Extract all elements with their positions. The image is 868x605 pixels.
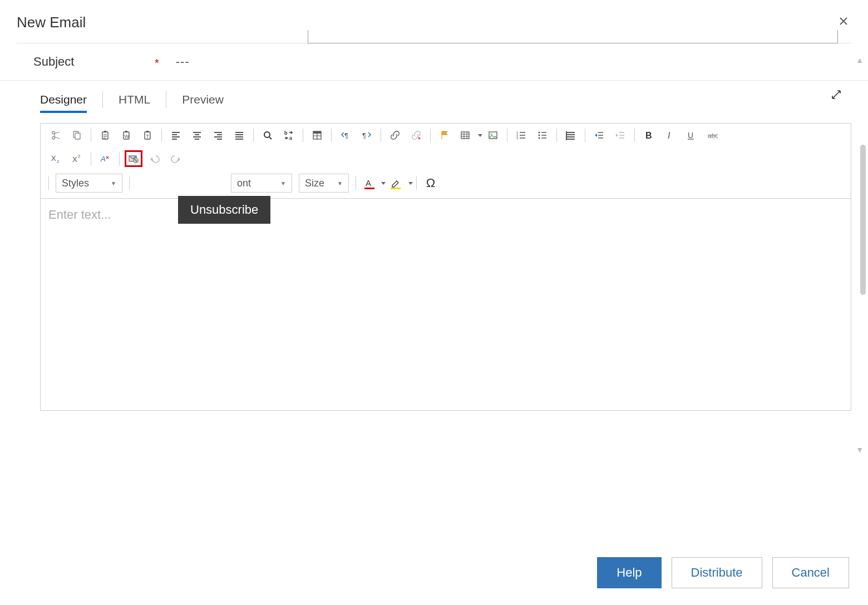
chevron-down-icon: ▼ — [337, 180, 343, 186]
outdent-button — [611, 127, 629, 144]
prev-field-stub[interactable] — [308, 30, 838, 43]
align-left-icon — [170, 130, 181, 141]
paste-from-word-button[interactable]: W — [117, 127, 135, 144]
undo-button — [146, 150, 164, 167]
toolbar-separator — [356, 176, 356, 190]
tabs: Designer HTML Preview — [0, 81, 868, 112]
find-button[interactable] — [259, 127, 277, 144]
blockquote-button[interactable] — [562, 127, 580, 144]
svg-text:¶: ¶ — [344, 131, 348, 140]
scrollbar-thumb[interactable] — [860, 145, 866, 295]
svg-point-10 — [264, 132, 270, 137]
indent-button[interactable] — [590, 127, 608, 144]
align-justify-button[interactable] — [230, 127, 248, 144]
toolbar-separator — [331, 129, 332, 142]
size-dropdown[interactable]: Size ▼ — [299, 174, 349, 193]
chevron-down-icon[interactable] — [478, 134, 482, 137]
styles-dropdown[interactable]: Styles ▼ — [56, 174, 122, 193]
align-center-icon — [191, 130, 203, 141]
subject-value[interactable]: --- — [176, 55, 190, 69]
editor-body[interactable]: Enter text... — [41, 199, 851, 410]
svg-rect-18 — [489, 132, 497, 139]
svg-text:I: I — [668, 131, 670, 140]
bold-button[interactable]: B — [640, 127, 658, 144]
rtl-button[interactable]: ¶ — [358, 127, 376, 144]
paste-icon — [100, 130, 111, 141]
cut-button[interactable] — [47, 127, 65, 144]
italic-button[interactable]: I — [661, 127, 679, 144]
link-icon — [389, 130, 401, 141]
toolbar-separator — [430, 129, 431, 142]
editor: WTba¶¶123BIUabc X2X2A Styles ▼ ont ▼ Siz… — [40, 123, 851, 411]
expand-button[interactable] — [830, 88, 842, 103]
templates-button[interactable] — [308, 127, 326, 144]
dialog-title: New Email — [17, 14, 86, 31]
chevron-down-icon[interactable] — [381, 182, 386, 185]
highlight-color-button[interactable] — [387, 175, 405, 191]
scroll-down-arrow[interactable]: ▼ — [856, 445, 864, 454]
toolbar-separator — [161, 129, 162, 142]
tab-designer[interactable]: Designer — [40, 87, 87, 112]
indent-icon — [594, 130, 605, 141]
subscript-button[interactable]: X2 — [47, 150, 65, 167]
svg-text:X: X — [51, 154, 56, 163]
toolbar-separator — [585, 129, 585, 142]
superscript-icon: X2 — [71, 153, 82, 164]
close-button[interactable] — [836, 13, 851, 32]
svg-text:U: U — [688, 131, 693, 140]
svg-text:2: 2 — [78, 154, 81, 159]
chevron-down-icon[interactable] — [408, 182, 413, 185]
svg-text:3: 3 — [516, 136, 519, 140]
svg-point-24 — [539, 135, 540, 136]
svg-rect-5 — [125, 131, 127, 132]
tab-html[interactable]: HTML — [119, 87, 150, 112]
align-center-button[interactable] — [188, 127, 206, 144]
toolbar-separator — [507, 129, 507, 142]
replace-icon: ba — [283, 130, 294, 141]
unsubscribe-button[interactable] — [125, 150, 142, 167]
svg-text:A: A — [100, 155, 106, 163]
numbered-list-button[interactable]: 123 — [512, 127, 530, 144]
bullet-list-button[interactable] — [534, 127, 551, 144]
cancel-button[interactable]: Cancel — [772, 557, 849, 588]
help-button[interactable]: Help — [597, 557, 661, 588]
paste-plain-text-icon: T — [142, 130, 153, 141]
ltr-button[interactable]: ¶ — [337, 127, 354, 144]
svg-rect-3 — [104, 131, 106, 132]
paste-plain-text-button[interactable]: T — [139, 127, 156, 144]
underline-button[interactable]: U — [682, 127, 700, 144]
tab-preview[interactable]: Preview — [182, 87, 224, 112]
svg-point-19 — [491, 134, 492, 135]
required-star: * — [155, 57, 159, 70]
font-color-icon: A — [364, 178, 375, 189]
table-button[interactable] — [457, 127, 475, 144]
font-dropdown[interactable]: ont ▼ — [231, 174, 292, 193]
toolbar-separator — [129, 176, 130, 190]
cut-icon — [50, 130, 61, 141]
align-right-button[interactable] — [209, 127, 227, 144]
toolbar-separator — [119, 152, 120, 165]
special-char-button[interactable]: Ω — [422, 175, 440, 191]
svg-text:W: W — [125, 134, 130, 139]
underline-icon: U — [685, 130, 697, 141]
chevron-down-icon: ▼ — [111, 180, 116, 186]
superscript-button[interactable]: X2 — [68, 150, 86, 167]
link-button[interactable] — [386, 127, 404, 144]
scroll-up-arrow[interactable]: ▲ — [856, 56, 864, 65]
find-icon — [262, 130, 273, 141]
expand-icon — [830, 88, 842, 101]
align-left-button[interactable] — [167, 127, 185, 144]
font-color-button[interactable]: A — [361, 175, 378, 191]
unlink-button — [407, 127, 425, 144]
remove-format-button[interactable]: A — [96, 150, 114, 167]
distribute-button[interactable]: Distribute — [672, 557, 762, 588]
paste-button[interactable] — [96, 127, 114, 144]
strikethrough-button[interactable]: abc — [703, 127, 721, 144]
image-button[interactable] — [484, 127, 502, 144]
anchor-flag-button[interactable] — [436, 127, 453, 144]
svg-text:B: B — [645, 131, 652, 140]
replace-button[interactable]: ba — [280, 127, 298, 144]
svg-rect-14 — [313, 131, 321, 134]
copy-button[interactable] — [68, 127, 86, 144]
redo-button — [167, 150, 185, 167]
